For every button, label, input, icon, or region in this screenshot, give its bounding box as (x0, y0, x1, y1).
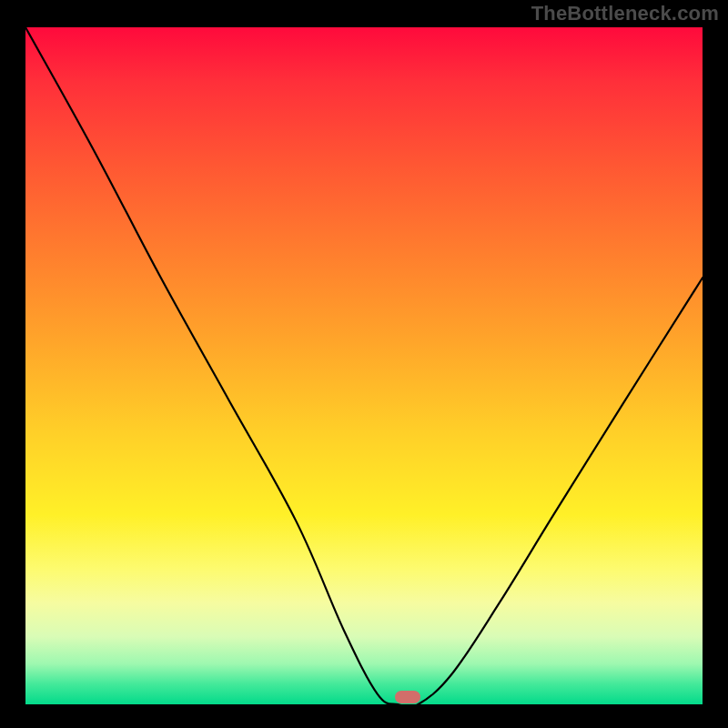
curve-path (25, 27, 703, 704)
bottleneck-curve (25, 27, 703, 704)
plot-area (25, 27, 703, 704)
optimal-marker (395, 691, 420, 703)
chart-frame: TheBottleneck.com (0, 0, 728, 728)
watermark-text: TheBottleneck.com (531, 2, 719, 25)
